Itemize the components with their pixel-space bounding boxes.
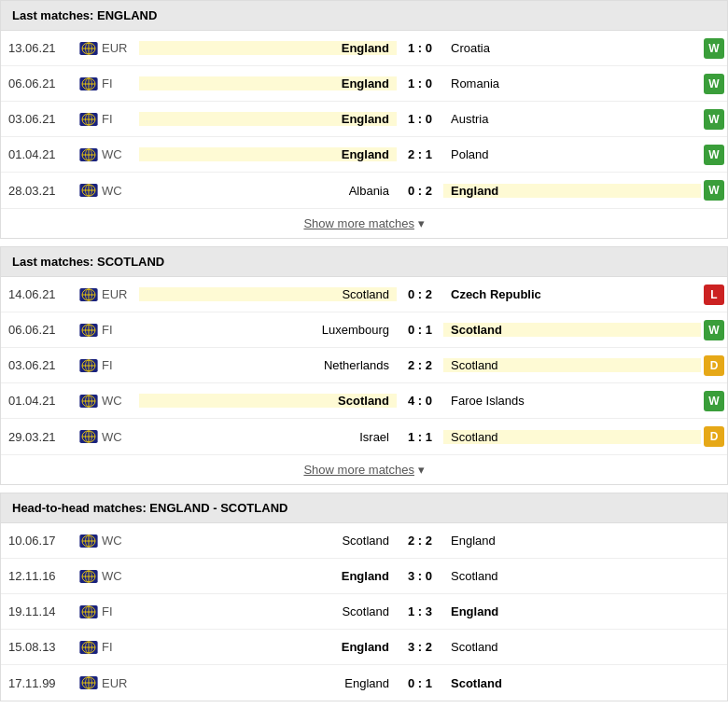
match-away: Scotland: [443, 640, 701, 654]
match-home: Scotland: [139, 287, 397, 301]
england-section-header: Last matches: ENGLAND: [1, 1, 727, 31]
match-score: 2 : 1: [397, 147, 443, 161]
result-badge-col: L: [701, 285, 727, 305]
match-away: Croatia: [443, 41, 701, 55]
match-away: England: [443, 604, 701, 618]
result-badge-col: D: [701, 426, 727, 447]
scotland-show-more-link[interactable]: Show more matches: [303, 463, 414, 477]
match-date: 15.08.13: [1, 640, 76, 654]
result-badge: W: [704, 38, 724, 59]
match-score: 1 : 0: [397, 41, 443, 55]
match-away: Faroe Islands: [443, 394, 701, 408]
match-row: 17.11.99 EUR England 0 : 1 Scotland: [1, 665, 727, 701]
match-date: 06.06.21: [1, 76, 76, 90]
result-badge-col: W: [701, 180, 727, 201]
match-row: 14.06.21 EUR Scotland 0 : 2 Czech Republ…: [1, 277, 727, 312]
match-away: England: [443, 534, 701, 548]
match-score: 0 : 2: [397, 287, 443, 301]
h2h-section-header: Head-to-head matches: ENGLAND - SCOTLAND: [1, 493, 727, 523]
match-flag: [76, 148, 102, 161]
match-home: England: [139, 640, 397, 654]
match-row: 12.11.16 WC England 3 : 0 Scotland: [1, 559, 727, 594]
match-away: Scotland: [443, 323, 701, 337]
match-flag: [76, 113, 102, 126]
match-home: Netherlands: [139, 358, 397, 372]
match-comp: FI: [102, 76, 139, 90]
h2h-matches-container: 10.06.17 WC Scotland 2 : 2 England 12.11…: [1, 523, 727, 701]
match-date: 01.04.21: [1, 394, 76, 408]
match-away: Austria: [443, 112, 701, 126]
match-flag: [76, 42, 102, 55]
match-home: Scotland: [139, 604, 397, 618]
match-score: 1 : 0: [397, 76, 443, 90]
match-date: 10.06.17: [1, 534, 76, 548]
match-score: 0 : 1: [397, 323, 443, 337]
match-home: Scotland: [139, 394, 397, 408]
result-badge: W: [704, 180, 724, 201]
match-row: 13.06.21 EUR England 1 : 0 Croatia W: [1, 31, 727, 66]
match-flag: [76, 605, 102, 618]
match-date: 13.06.21: [1, 41, 76, 55]
match-home: England: [139, 676, 397, 690]
match-comp: WC: [102, 147, 139, 161]
match-score: 4 : 0: [397, 394, 443, 408]
match-comp: FI: [102, 358, 139, 372]
match-comp: EUR: [102, 287, 139, 301]
match-home: England: [139, 569, 397, 583]
match-row: 01.04.21 WC Scotland 4 : 0 Faroe Islands…: [1, 383, 727, 419]
match-away: Poland: [443, 147, 701, 161]
match-date: 17.11.99: [1, 676, 76, 690]
match-home: Albania: [139, 184, 397, 198]
match-flag: [76, 395, 102, 408]
match-comp: FI: [102, 604, 139, 618]
match-row: 06.06.21 FI England 1 : 0 Romania W: [1, 66, 727, 102]
match-comp: FI: [102, 323, 139, 337]
match-comp: EUR: [102, 676, 139, 690]
result-badge-col: D: [701, 355, 727, 376]
match-home: England: [139, 112, 397, 126]
result-badge-col: W: [701, 145, 727, 165]
match-date: 28.03.21: [1, 184, 76, 198]
match-away: Scotland: [443, 358, 701, 372]
match-date: 14.06.21: [1, 287, 76, 301]
match-score: 1 : 3: [397, 604, 443, 618]
england-section: Last matches: ENGLAND 13.06.21 EUR Engla…: [0, 0, 728, 239]
h2h-section: Head-to-head matches: ENGLAND - SCOTLAND…: [0, 493, 728, 701]
scotland-section: Last matches: SCOTLAND 14.06.21 EUR Scot…: [0, 246, 728, 485]
match-flag: [76, 535, 102, 548]
match-date: 03.06.21: [1, 112, 76, 126]
england-show-more-row: Show more matches ▾: [1, 208, 727, 238]
result-badge: D: [704, 355, 724, 376]
result-badge: W: [704, 145, 724, 165]
result-badge-col: W: [701, 109, 727, 130]
scotland-section-header: Last matches: SCOTLAND: [1, 247, 727, 277]
result-badge: D: [704, 426, 724, 447]
england-show-more-chevron: ▾: [418, 216, 425, 230]
match-row: 15.08.13 FI England 3 : 2 Scotland: [1, 630, 727, 665]
match-home: Israel: [139, 430, 397, 444]
match-away: Scotland: [443, 676, 701, 690]
match-away: Scotland: [443, 430, 701, 444]
match-row: 01.04.21 WC England 2 : 1 Poland W: [1, 137, 727, 173]
match-comp: EUR: [102, 41, 139, 55]
match-flag: [76, 641, 102, 654]
england-matches-container: 13.06.21 EUR England 1 : 0 Croatia W 06.…: [1, 31, 727, 208]
match-away: Scotland: [443, 569, 701, 583]
match-score: 3 : 0: [397, 569, 443, 583]
match-row: 19.11.14 FI Scotland 1 : 3 England: [1, 594, 727, 630]
match-home: Luxembourg: [139, 323, 397, 337]
match-date: 03.06.21: [1, 358, 76, 372]
match-date: 01.04.21: [1, 147, 76, 161]
match-away: England: [443, 184, 701, 198]
match-comp: WC: [102, 569, 139, 583]
match-score: 0 : 1: [397, 676, 443, 690]
match-home: England: [139, 41, 397, 55]
match-score: 0 : 2: [397, 184, 443, 198]
match-row: 28.03.21 WC Albania 0 : 2 England W: [1, 173, 727, 208]
match-date: 19.11.14: [1, 604, 76, 618]
match-flag: [76, 77, 102, 90]
match-score: 2 : 2: [397, 358, 443, 372]
result-badge-col: W: [701, 74, 727, 94]
england-show-more-link[interactable]: Show more matches: [303, 216, 414, 230]
match-flag: [76, 359, 102, 372]
